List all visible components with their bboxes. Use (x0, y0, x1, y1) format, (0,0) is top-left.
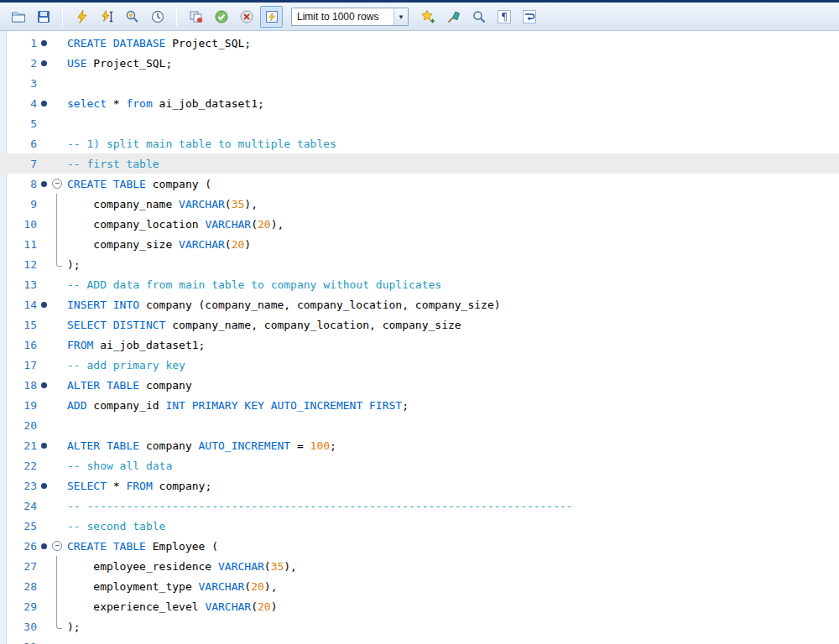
code-line[interactable]: 14INSERT INTO company (company_name, com… (0, 294, 839, 314)
code-line[interactable]: 27 employee_residence VARCHAR(35), (0, 556, 839, 576)
fold-column (50, 274, 64, 294)
find-icon[interactable] (467, 6, 490, 28)
code-text: company_size VARCHAR(20) (67, 238, 251, 251)
code-line[interactable]: 11 company_size VARCHAR(20) (0, 234, 839, 254)
execute-icon[interactable] (70, 6, 93, 28)
code-line[interactable]: 16FROM ai_job_dataset1; (0, 335, 839, 355)
fold-column (50, 516, 64, 536)
code-line[interactable]: 12); (0, 254, 839, 274)
fold-column (50, 556, 64, 576)
code-text: CREATE TABLE company ( (67, 178, 211, 190)
line-number: 26 (8, 540, 37, 553)
line-number: 8 (8, 178, 37, 190)
code-line[interactable]: 25-- second table (0, 516, 839, 536)
line-number: 15 (8, 319, 37, 331)
line-number: 6 (8, 138, 37, 150)
fold-column (50, 234, 64, 254)
code-line[interactable]: 10 company_location VARCHAR(20), (0, 214, 839, 234)
line-number: 13 (8, 278, 37, 291)
code-line[interactable]: 6-- 1) split main table to multiple tabl… (0, 133, 839, 153)
statement-marker-column (37, 60, 50, 66)
code-line[interactable]: 17-- add primary key (0, 355, 839, 375)
fold-column (50, 435, 64, 455)
code-line[interactable]: 1CREATE DATABASE Project_SQL; (0, 33, 839, 53)
code-text: ); (67, 621, 81, 633)
code-text: experience_level VARCHAR(20) (67, 600, 277, 613)
code-line[interactable]: 8−CREATE TABLE company ( (0, 174, 839, 194)
line-number: 30 (8, 621, 37, 633)
code-text: -- second table (67, 520, 165, 532)
collapse-icon[interactable]: − (52, 541, 62, 551)
autocommit-toggle-icon[interactable] (260, 6, 283, 28)
line-number: 22 (8, 460, 37, 472)
chevron-down-icon[interactable]: ▾ (393, 8, 408, 25)
code-line[interactable]: 5 (0, 113, 839, 133)
wrap-text-icon[interactable] (518, 6, 540, 28)
code-text: ); (67, 258, 81, 271)
collapse-icon[interactable]: − (52, 179, 62, 189)
fold-column (50, 153, 64, 174)
stop-query-icon[interactable] (146, 6, 169, 28)
fold-column (50, 33, 64, 53)
statement-marker-column (37, 543, 50, 549)
fold-toggle[interactable]: − (50, 536, 64, 556)
code-line[interactable]: 18ALTER TABLE company (0, 375, 839, 395)
code-line[interactable]: 30); (0, 616, 839, 636)
fold-toggle[interactable]: − (50, 174, 64, 194)
fold-column (50, 93, 64, 113)
sql-editor[interactable]: 1CREATE DATABASE Project_SQL;2USE Projec… (0, 31, 839, 644)
code-line[interactable]: 3 (0, 73, 839, 93)
line-number: 21 (8, 439, 37, 452)
explain-icon[interactable] (121, 6, 143, 28)
code-line[interactable]: 28 employment_type VARCHAR(20), (0, 576, 839, 596)
code-text: CREATE DATABASE Project_SQL; (67, 37, 251, 49)
save-snippet-icon[interactable] (417, 6, 440, 28)
commit-icon[interactable] (210, 6, 232, 28)
save-script-icon[interactable] (32, 6, 55, 28)
open-script-icon[interactable] (7, 6, 29, 28)
limit-rows-value: Limit to 1000 rows (292, 11, 393, 23)
code-text: -- add primary key (67, 359, 185, 371)
execute-current-icon[interactable] (96, 6, 118, 28)
fold-column (50, 254, 64, 274)
fold-column (50, 596, 64, 616)
beautify-icon[interactable] (442, 6, 465, 28)
code-line[interactable]: 23SELECT * FROM company; (0, 475, 839, 496)
stop-on-error-icon[interactable] (185, 6, 207, 28)
fold-column (50, 335, 64, 355)
statement-marker-column (37, 181, 50, 187)
code-line[interactable]: 22-- show all data (0, 455, 839, 475)
code-line[interactable]: 19ADD company_id INT PRIMARY KEY AUTO_IN… (0, 395, 839, 415)
code-line[interactable]: 9 company_name VARCHAR(35), (0, 194, 839, 214)
line-number: 7 (8, 158, 37, 170)
statement-marker-column (37, 40, 50, 46)
limit-rows-select[interactable]: Limit to 1000 rows ▾ (291, 8, 409, 26)
code-line[interactable]: 29 experience_level VARCHAR(20) (0, 596, 839, 616)
svg-text:¶: ¶ (501, 10, 508, 23)
code-text: -- ADD data from main table to company w… (67, 278, 441, 291)
code-line[interactable]: 4select * from ai_job_dataset1; (0, 93, 839, 113)
rollback-icon[interactable] (235, 6, 258, 28)
code-text: -- show all data (67, 460, 172, 472)
code-line[interactable]: 20 (0, 415, 839, 435)
code-line[interactable]: 31 (0, 636, 839, 644)
line-number: 3 (8, 77, 37, 90)
code-line[interactable]: 26−CREATE TABLE Employee ( (0, 536, 839, 556)
code-line[interactable]: 15SELECT DISTINCT company_name, company_… (0, 314, 839, 335)
line-number: 31 (8, 641, 37, 644)
mysql-workbench-window: Limit to 1000 rows ▾ ¶ 1CREATE DATABASE … (0, 0, 839, 644)
code-line[interactable]: 21ALTER TABLE company AUTO_INCREMENT = 1… (0, 435, 839, 455)
code-text: ALTER TABLE company (67, 379, 192, 392)
toolbar-separator (62, 8, 63, 26)
code-line[interactable]: 7-- first table (0, 153, 839, 174)
show-invisibles-icon[interactable]: ¶ (492, 6, 515, 28)
code-text: SELECT DISTINCT company_name, company_lo… (67, 319, 461, 331)
line-number: 17 (8, 359, 37, 371)
line-number: 23 (8, 480, 37, 492)
code-line[interactable]: 2USE Project_SQL; (0, 53, 839, 73)
code-text: company_location VARCHAR(20), (67, 218, 284, 231)
fold-column (50, 576, 64, 596)
code-line[interactable]: 13-- ADD data from main table to company… (0, 274, 839, 294)
statement-marker-dot (41, 101, 47, 106)
code-line[interactable]: 24-- -----------------------------------… (0, 496, 839, 516)
